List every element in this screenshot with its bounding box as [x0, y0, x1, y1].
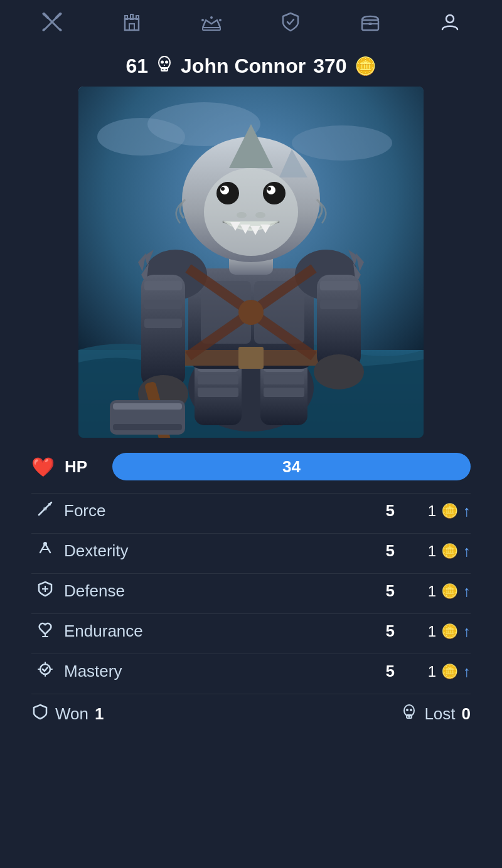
record-row: Won 1 Lost 0 [31, 694, 471, 731]
lost-icon [400, 703, 418, 725]
player-gold: 370 [313, 55, 346, 78]
svg-point-28 [161, 61, 164, 64]
endurance-upgrade-arrow[interactable]: ↑ [463, 623, 471, 640]
lost-section: Lost 0 [251, 703, 471, 725]
svg-point-80 [221, 187, 225, 191]
svg-rect-69 [320, 300, 358, 309]
stat-endurance-row: Endurance 5 1 🪙 ↑ [31, 613, 471, 648]
svg-point-24 [446, 15, 454, 23]
dexterity-value: 5 [378, 541, 403, 561]
svg-point-95 [43, 542, 47, 546]
force-upgrade-arrow[interactable]: ↑ [463, 502, 471, 520]
svg-rect-58 [141, 275, 185, 388]
gold-coin-icon: 🪙 [355, 56, 376, 77]
hp-label: HP [65, 457, 102, 477]
svg-point-76 [216, 182, 239, 204]
defense-upgrade-arrow[interactable]: ↑ [463, 583, 471, 600]
hp-value: 34 [282, 457, 301, 477]
mastery-coin-icon: 🪙 [441, 664, 458, 680]
endurance-value: 5 [378, 622, 403, 641]
nav-profile-icon[interactable] [439, 11, 461, 37]
defense-value: 5 [378, 581, 403, 601]
svg-point-86 [237, 212, 247, 218]
player-name: John Connor [181, 55, 306, 78]
svg-point-29 [165, 61, 168, 64]
mastery-label: Mastery [59, 662, 378, 681]
mastery-icon [31, 660, 59, 682]
svg-point-20 [219, 19, 222, 21]
svg-point-109 [410, 709, 412, 711]
svg-rect-49 [238, 347, 264, 369]
svg-rect-23 [368, 23, 372, 25]
svg-point-94 [43, 507, 47, 511]
force-upgrade: 1 🪙 ↑ [428, 502, 471, 520]
svg-rect-39 [198, 375, 238, 384]
svg-rect-44 [264, 388, 304, 397]
svg-point-75 [204, 168, 298, 256]
nav-chest-icon[interactable] [360, 11, 381, 37]
won-icon [31, 703, 49, 725]
svg-rect-59 [144, 281, 182, 290]
force-upgrade-cost: 1 [428, 502, 436, 520]
svg-point-25 [159, 56, 170, 69]
svg-rect-66 [113, 424, 182, 430]
lost-label: Lost [424, 704, 455, 724]
defense-label: Defense [59, 581, 378, 601]
svg-rect-9 [129, 24, 134, 30]
svg-point-77 [263, 182, 286, 204]
force-coin-icon: 🪙 [441, 503, 458, 519]
endurance-icon [31, 620, 59, 642]
dexterity-upgrade: 1 🪙 ↑ [428, 542, 471, 560]
svg-point-70 [314, 354, 364, 389]
svg-point-90 [238, 300, 264, 325]
mastery-upgrade: 1 🪙 ↑ [428, 663, 471, 680]
hp-bar: 34 [112, 453, 471, 480]
endurance-upgrade: 1 🪙 ↑ [428, 623, 471, 640]
svg-point-87 [255, 212, 265, 218]
mastery-upgrade-cost: 1 [428, 663, 436, 680]
player-header: 61 John Connor 370 🪙 [125, 43, 376, 87]
force-label: Force [59, 501, 378, 521]
won-section: Won 1 [31, 703, 251, 725]
nav-shield-icon[interactable] [280, 11, 301, 37]
svg-point-81 [267, 187, 271, 191]
force-value: 5 [378, 501, 403, 521]
dexterity-label: Dexterity [59, 541, 378, 561]
lost-value: 0 [462, 704, 471, 724]
endurance-coin-icon: 🪙 [441, 623, 458, 640]
svg-rect-43 [264, 375, 304, 384]
mastery-value: 5 [378, 662, 403, 681]
won-value: 1 [95, 704, 104, 724]
defense-icon [31, 580, 59, 602]
skull-icon [156, 55, 173, 77]
nav-battle-icon[interactable] [41, 11, 63, 37]
dexterity-upgrade-cost: 1 [428, 542, 436, 560]
won-label: Won [55, 704, 88, 724]
force-icon [31, 500, 59, 522]
svg-rect-40 [198, 388, 238, 397]
svg-point-34 [292, 125, 392, 161]
svg-point-19 [210, 16, 213, 19]
mastery-upgrade-arrow[interactable]: ↑ [463, 663, 471, 680]
stats-container: ❤️ HP 34 Force 5 1 🪙 ↑ [25, 449, 477, 731]
dexterity-icon [31, 540, 59, 562]
hp-heart-icon: ❤️ [31, 456, 55, 478]
defense-upgrade-cost: 1 [428, 583, 436, 600]
nav-crown-icon[interactable] [201, 11, 222, 37]
top-navigation [0, 0, 502, 43]
endurance-upgrade-cost: 1 [428, 623, 436, 640]
defense-upgrade: 1 🪙 ↑ [428, 583, 471, 600]
stat-force-row: Force 5 1 🪙 ↑ [31, 493, 471, 528]
stat-mastery-row: Mastery 5 1 🪙 ↑ [31, 654, 471, 689]
nav-castle-icon[interactable] [121, 11, 142, 37]
svg-point-18 [201, 19, 204, 21]
svg-rect-65 [113, 403, 182, 410]
defense-coin-icon: 🪙 [441, 583, 458, 600]
svg-rect-68 [320, 281, 358, 290]
character-portrait [78, 87, 424, 438]
dexterity-coin-icon: 🪙 [441, 543, 458, 559]
svg-rect-17 [203, 28, 220, 30]
svg-rect-61 [144, 319, 182, 328]
hp-row: ❤️ HP 34 [31, 449, 471, 488]
dexterity-upgrade-arrow[interactable]: ↑ [463, 542, 471, 560]
